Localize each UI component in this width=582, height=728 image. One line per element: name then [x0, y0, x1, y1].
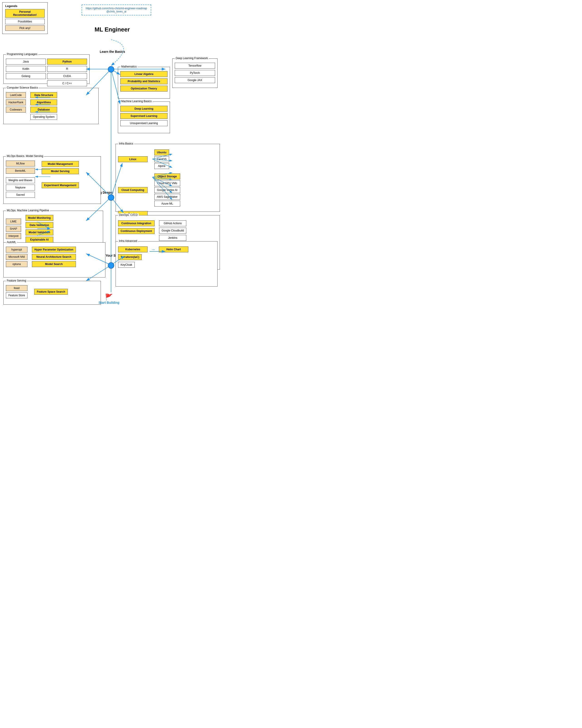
item-deep-learning: Deep Learning: [120, 106, 168, 112]
item-alpine: Alpine: [154, 163, 169, 169]
cs-basics-section: Computer Science Basics LeetCode HackerR…: [3, 88, 99, 124]
item-model-search: Model Search: [32, 261, 76, 267]
infra-basics-title: Infra Basics: [118, 142, 134, 145]
item-data-validation: Data Validation: [26, 222, 53, 228]
item-python: Python: [47, 59, 87, 64]
devops-title: DevOps: CI/CD: [118, 213, 139, 216]
feature-serving-section: Feature Serving feast Feature Store Feat…: [3, 281, 101, 305]
programming-title: Programming Languages: [6, 53, 38, 56]
item-database: Database: [30, 107, 57, 112]
feature-serving-title: Feature Serving: [6, 279, 27, 282]
item-helm-chart: Helm Chart: [159, 246, 188, 252]
item-jenkins: Jenkins: [159, 235, 186, 241]
item-object-storage: Object Storage: [154, 174, 180, 179]
item-prob-stats: Probability and Statistics: [120, 78, 168, 84]
item-feature-space-search: Feature Space Search: [34, 289, 68, 295]
infra-advanced-title: Infra Advanced: [118, 239, 138, 242]
item-terraform: Terraform(IaC): [118, 254, 142, 260]
automl-section: AutoML hyperopt Microsoft NNI optuna Hyp…: [3, 242, 105, 278]
item-hyper-param: Hyper Parameter Optimization: [32, 247, 76, 253]
item-supervised: Supervised Learning: [120, 113, 168, 119]
legend: Legends Personal Recommendation! Possibi…: [2, 2, 48, 34]
legend-title: Legends: [5, 4, 45, 8]
item-azure-ml: Azure ML: [154, 201, 180, 207]
item-model-validation: Model Validation: [26, 230, 53, 235]
item-continuous-deployment: Continuous Deployment: [118, 228, 155, 234]
node-getting-deeper: [108, 194, 114, 201]
item-model-management: Model Management: [42, 161, 79, 167]
mlops-serving-title: MLOps Basics. Model Serving: [6, 154, 44, 158]
item-cloud-gpu: Cloud GPU VMs: [154, 180, 180, 186]
legend-personal: Personal Recommendation!: [5, 9, 45, 18]
item-lime: LIME: [6, 218, 21, 225]
item-cuda: CUDA: [47, 73, 87, 79]
item-java: Java: [6, 59, 46, 64]
main-title: ML Engineer: [86, 26, 138, 33]
mlops-serving-section: MLOps Basics. Model Serving MLflow Bento…: [3, 156, 101, 204]
item-unsupervised: Unsupervised Learning: [120, 120, 168, 126]
item-os: Operating System: [30, 114, 57, 120]
item-optimization-theory: Optimization Theory: [120, 86, 168, 92]
item-algorithms: Algorithms: [30, 99, 57, 105]
infra-basics-section: Infra Basics Linux Ubuntu CentOS Alpine …: [116, 144, 220, 212]
item-feast: feast: [6, 285, 27, 291]
item-codewars: Codewars: [6, 107, 26, 112]
automl-title: AutoML: [6, 240, 17, 244]
item-model-monitoring: Model Monitoring: [26, 215, 53, 221]
item-centos: CentOS: [154, 156, 169, 162]
dl-framework-title: Deep Learning Framework: [175, 57, 209, 60]
ml-basics-title: Machine Learning Basics: [120, 100, 153, 103]
item-google-jax: Google JAX: [175, 77, 215, 83]
item-continuous-integration: Continuous Integration: [118, 220, 155, 226]
item-pytorch: PyTorch: [175, 70, 215, 76]
item-mlflow: MLflow: [6, 161, 35, 166]
twitter-link[interactable]: @chris_loves_ai: [86, 10, 147, 13]
item-model-serving: Model Serving: [42, 168, 79, 174]
item-experiment-management: Experiment Management: [42, 182, 79, 188]
item-optuna: optuna: [6, 261, 27, 267]
item-data-structure: Data Structure: [30, 92, 57, 98]
node-learn-basics: [108, 66, 114, 73]
cs-basics-title: Computer Science Basics: [6, 86, 39, 89]
programming-languages-section: Programming Languages Java Python Kotlin…: [3, 54, 90, 84]
item-ubuntu: Ubuntu: [154, 150, 169, 155]
legend-pick-any: Pick any!: [5, 25, 45, 31]
mlops-pipeline-title: MLOps. Machine Learning Pipeline: [6, 209, 50, 212]
item-explainable-ai: Explainable AI: [26, 237, 53, 242]
item-shap: SHAP: [6, 226, 21, 232]
ml-basics-section: Machine Learning Basics Deep Learning Su…: [118, 102, 170, 133]
start-building-label: Start Building: [99, 301, 120, 305]
mathematics-section: Mathematics Linear Algebra Probability a…: [118, 67, 170, 99]
item-r: R: [47, 66, 87, 72]
item-leetcode: LeetCode: [6, 92, 26, 98]
item-c: C / C++: [47, 80, 87, 86]
node-maximize: [108, 262, 114, 269]
item-neural-arch: Neural Architecture Search: [32, 254, 76, 260]
item-kotlin: Kotlin: [6, 66, 46, 72]
math-title: Mathematics: [120, 65, 137, 68]
item-tensorflow: Tensorflow: [175, 63, 215, 69]
item-hyperopt: hyperopt: [6, 247, 27, 253]
item-keycloak: KeyCloak: [118, 262, 135, 268]
dl-framework-section: Deep Learning Framework Tensorflow PyTor…: [172, 58, 218, 88]
item-sacred: Sacred: [6, 192, 35, 198]
item-sagemaker: AWS SageMaker: [154, 194, 180, 200]
item-bentoml: BentoML: [6, 168, 35, 174]
header-link[interactable]: https://github.com/chris-chris/ml-engine…: [82, 4, 151, 16]
infra-advanced-section: Infra Advanced Kubernetes → Helm Chart T…: [116, 241, 218, 287]
github-link[interactable]: https://github.com/chris-chris/ml-engine…: [86, 7, 147, 10]
item-hackerrank: HackerRank: [6, 99, 26, 105]
item-feature-store: Feature Store: [6, 292, 27, 298]
item-microsoft-nni: Microsoft NNI: [6, 254, 27, 260]
learn-basics-label: Learn the Basics: [100, 50, 125, 53]
item-golang: Golang: [6, 73, 46, 79]
item-google-cloudbuild: Google Cloudbuild: [159, 228, 186, 234]
item-linux: Linux: [118, 156, 148, 162]
item-weights-biases: Weights and Biases: [6, 177, 35, 183]
legend-possibilities: Possibilities: [5, 19, 45, 24]
item-vertex-ai: Google Vertex AI: [154, 187, 180, 193]
item-neptune: Neptune: [6, 185, 35, 190]
item-kubernetes: Kubernetes: [118, 246, 148, 252]
item-cloud-computing: Cloud Computing: [118, 187, 148, 193]
item-github-actions: GitHub Actions: [159, 220, 186, 226]
